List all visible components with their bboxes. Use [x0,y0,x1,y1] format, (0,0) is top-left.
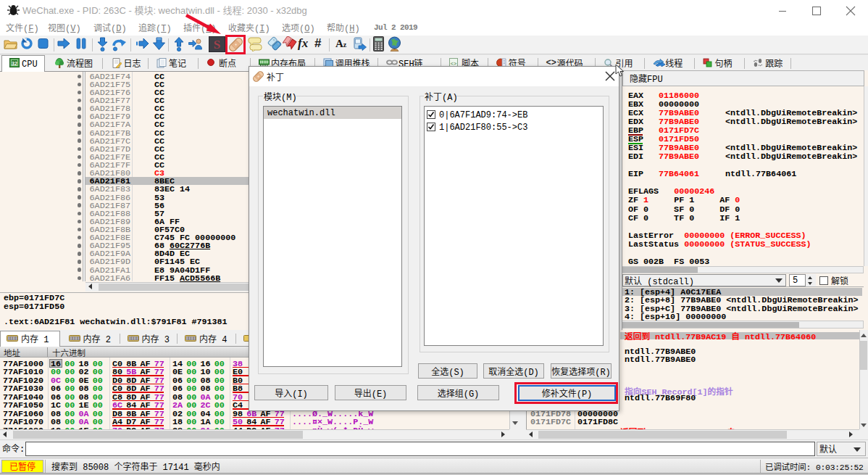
svg-text:S: S [214,38,220,51]
svg-text:32: 32 [12,61,17,66]
